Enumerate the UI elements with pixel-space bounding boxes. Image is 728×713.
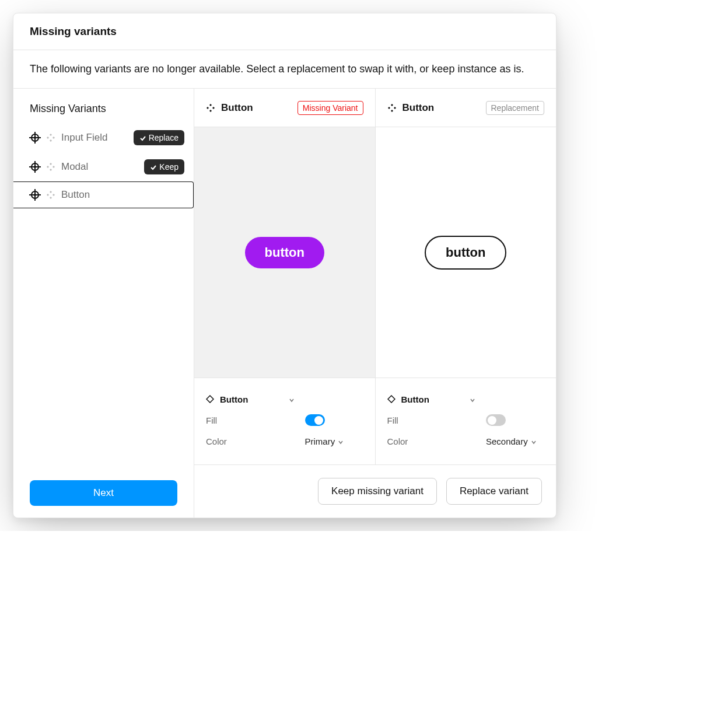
sidebar-item-label: Input Field <box>61 132 128 144</box>
panel-header-missing: Button Missing Variant <box>194 89 375 127</box>
component-icon <box>46 162 55 172</box>
sidebar-content: Missing Variants Input Field Replace <box>13 89 194 469</box>
svg-marker-3 <box>52 137 55 139</box>
sidebar-item-modal[interactable]: Modal Keep <box>13 152 194 181</box>
dialog-description: The following variants are no longer ava… <box>13 50 556 89</box>
prop-label: Fill <box>387 415 487 425</box>
keep-missing-button[interactable]: Keep missing variant <box>318 478 437 505</box>
target-icon <box>30 132 40 143</box>
panel-title: Button <box>402 102 480 114</box>
svg-marker-18 <box>391 110 393 112</box>
svg-marker-9 <box>50 197 52 199</box>
component-icon <box>206 103 215 113</box>
svg-marker-1 <box>50 139 52 142</box>
panel-title: Button <box>221 102 292 114</box>
svg-marker-6 <box>47 166 49 168</box>
preview-button-outline: button <box>425 236 506 270</box>
preview-button-filled: button <box>245 237 324 268</box>
component-name: Button <box>220 394 288 404</box>
sidebar-footer: Next <box>13 469 194 518</box>
color-select[interactable]: Primary <box>305 436 363 446</box>
svg-marker-5 <box>50 169 52 171</box>
instance-icon <box>206 395 220 403</box>
svg-marker-13 <box>209 110 212 112</box>
preview-missing: button <box>194 127 375 378</box>
sidebar-title: Missing Variants <box>13 95 194 123</box>
next-button[interactable]: Next <box>30 480 177 506</box>
component-selector[interactable]: Button <box>206 389 363 410</box>
target-icon <box>30 190 40 200</box>
check-icon <box>150 163 157 170</box>
color-value: Secondary <box>486 436 528 446</box>
svg-marker-2 <box>47 137 49 139</box>
dialog-body: Missing Variants Input Field Replace <box>13 89 556 518</box>
sidebar-item-input-field[interactable]: Input Field Replace <box>13 123 194 152</box>
svg-marker-10 <box>47 194 49 196</box>
properties-missing: Button Fill Color <box>194 378 375 464</box>
component-icon <box>46 190 55 200</box>
sidebar: Missing Variants Input Field Replace <box>13 89 194 518</box>
status-badge-keep: Keep <box>144 159 184 174</box>
properties-replacement: Button Fill Color <box>376 378 556 464</box>
color-value: Primary <box>305 436 335 446</box>
replacement-tag: Replacement <box>486 101 545 115</box>
svg-marker-11 <box>52 194 55 196</box>
prop-label: Color <box>206 436 305 446</box>
detail-area: Button Missing Variant button Button <box>194 89 556 518</box>
check-icon <box>139 134 146 141</box>
comparison-panels: Button Missing Variant button Button <box>194 89 556 464</box>
component-icon <box>387 103 397 113</box>
prop-color: Color Primary <box>206 431 363 452</box>
missing-variant-tag: Missing Variant <box>298 101 363 115</box>
chevron-down-icon <box>530 438 537 445</box>
color-select[interactable]: Secondary <box>486 436 544 446</box>
svg-marker-8 <box>50 191 52 193</box>
svg-marker-4 <box>50 163 52 165</box>
prop-fill: Fill <box>206 410 363 431</box>
prop-label: Fill <box>206 415 305 425</box>
target-icon <box>30 162 40 172</box>
svg-marker-15 <box>212 107 215 109</box>
dialog-title: Missing variants <box>13 13 556 50</box>
preview-replacement: button <box>376 127 556 378</box>
replacement-panel: Button Replacement button Button <box>376 89 556 464</box>
svg-marker-17 <box>391 104 393 106</box>
component-name: Button <box>401 394 470 404</box>
svg-marker-14 <box>206 107 209 109</box>
svg-marker-19 <box>388 107 390 109</box>
svg-marker-20 <box>394 107 396 109</box>
chevron-down-icon <box>469 396 476 403</box>
svg-marker-0 <box>50 134 52 136</box>
component-icon <box>46 133 55 142</box>
prop-label: Color <box>387 436 487 446</box>
badge-label: Keep <box>159 162 178 172</box>
panel-header-replacement: Button Replacement <box>376 89 556 127</box>
prop-color: Color Secondary <box>387 431 545 452</box>
chevron-down-icon <box>337 438 344 445</box>
svg-marker-21 <box>388 396 395 403</box>
svg-marker-16 <box>206 396 214 403</box>
sidebar-item-label: Button <box>61 189 184 201</box>
fill-toggle[interactable] <box>486 414 506 426</box>
instance-icon <box>387 395 401 403</box>
chevron-down-icon <box>288 396 295 403</box>
missing-variants-dialog: Missing variants The following variants … <box>13 13 556 518</box>
replace-variant-button[interactable]: Replace variant <box>446 478 542 505</box>
action-footer: Keep missing variant Replace variant <box>194 464 556 518</box>
prop-fill: Fill <box>387 410 545 431</box>
svg-marker-12 <box>209 104 212 106</box>
sidebar-item-label: Modal <box>61 161 138 173</box>
status-badge-replace: Replace <box>134 130 184 145</box>
component-selector[interactable]: Button <box>387 389 545 410</box>
missing-panel: Button Missing Variant button Button <box>194 89 376 464</box>
fill-toggle[interactable] <box>305 414 325 426</box>
badge-label: Replace <box>149 133 178 142</box>
svg-marker-7 <box>52 166 55 168</box>
sidebar-item-button[interactable]: Button <box>13 181 194 208</box>
